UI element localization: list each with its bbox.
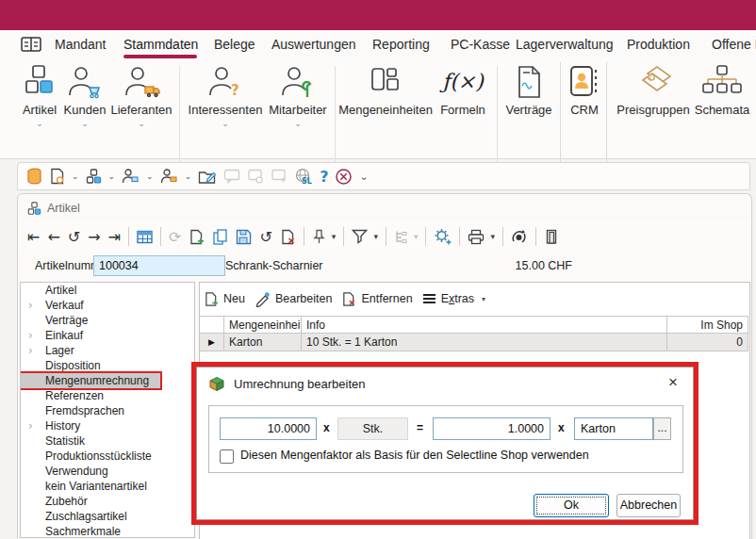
entfernen-button[interactable]: Entfernen	[361, 292, 412, 305]
extras-menu-icon[interactable]	[422, 293, 436, 304]
chevron-down-icon[interactable]: ⌄	[108, 172, 116, 181]
first-record-icon[interactable]: ⇤	[27, 228, 40, 246]
tree-item-verwendung[interactable]: Verwendung	[21, 464, 194, 479]
tree-item-disposition[interactable]: Disposition	[21, 358, 194, 373]
tree-item-zuschlagsartikel[interactable]: Zuschlagsartikel	[21, 509, 194, 524]
last-record-icon[interactable]: ⇥	[108, 228, 121, 246]
mandant-settings-icon[interactable]	[49, 168, 65, 185]
expand-arrow-icon[interactable]: ›	[28, 343, 33, 358]
dropdown-icon[interactable]: ▾	[482, 295, 485, 303]
new-record-icon[interactable]	[189, 229, 205, 245]
table-view-icon[interactable]	[137, 230, 153, 244]
print-icon[interactable]	[468, 229, 485, 245]
dialog-titlebar: Umrechnung bearbeiten	[208, 375, 365, 392]
menu-item-pc-kasse[interactable]: PC-Kasse	[451, 30, 510, 58]
undo-icon[interactable]: ↺	[259, 228, 271, 246]
close-icon[interactable]: ×	[661, 371, 685, 394]
toolbar-overflow-icon[interactable]: ⌄	[359, 171, 368, 183]
tree-item-mengenumrechnung[interactable]: Mengenumrechnung	[21, 373, 160, 388]
tree-item-vertraege[interactable]: Verträge	[21, 313, 194, 328]
ribbon-button-vertraege[interactable]: Verträge	[501, 63, 556, 117]
menu-item-mandant[interactable]: Mandant	[55, 30, 106, 58]
ribbon-button-kunden[interactable]: Kunden ⌄	[62, 63, 107, 128]
tree-item-artikel[interactable]: Artikel	[21, 283, 194, 298]
expand-arrow-icon[interactable]: ›	[28, 328, 33, 343]
ribbon-button-crm[interactable]: CRM	[564, 63, 605, 117]
ribbon-button-lieferanten[interactable]: Lieferanten ⌄	[107, 63, 175, 128]
ribbon-button-preisgruppen[interactable]: € Preisgruppen	[613, 63, 694, 117]
browse-button[interactable]: ...	[653, 417, 671, 440]
list-toolbar: Neu Bearbeiten Entfernen Extras ▾	[204, 288, 485, 309]
selectline-web-icon[interactable]: SL	[294, 168, 313, 185]
delete-record-icon[interactable]	[280, 229, 296, 245]
tree-item-referenzen[interactable]: Referenzen	[21, 388, 194, 403]
history-back-icon[interactable]: ↺	[68, 228, 80, 246]
dropdown-icon[interactable]: ▾	[490, 232, 495, 241]
tree-item-einkauf[interactable]: ›Einkauf	[21, 328, 194, 343]
copy-record-icon[interactable]	[212, 229, 228, 245]
delete-item-icon[interactable]	[341, 291, 356, 307]
settings-add-icon[interactable]	[434, 228, 452, 245]
exit-door-icon[interactable]	[544, 229, 559, 245]
tree-item-verkauf[interactable]: ›Verkauf	[21, 298, 194, 313]
ribbon-button-artikel[interactable]: Artikel ⌄	[15, 63, 64, 128]
mandant-database-icon[interactable]	[26, 168, 42, 186]
column-header-info[interactable]: Info	[302, 317, 667, 333]
open-folder-icon[interactable]	[198, 169, 217, 185]
file-menu-icon[interactable]	[21, 37, 41, 52]
factor2-input[interactable]: 1.0000	[433, 417, 551, 440]
unit2-input[interactable]: Karton	[574, 417, 653, 440]
tree-item-lager[interactable]: ›Lager	[21, 343, 194, 358]
menu-item-reporting[interactable]: Reporting	[372, 30, 430, 58]
tree-item-produktionsstueckliste[interactable]: Produktionsstückliste	[21, 449, 194, 464]
table-row[interactable]: ▶ Karton 10 Stk. = 1 Karton 0	[200, 334, 748, 351]
menu-item-belege[interactable]: Belege	[214, 30, 255, 58]
dropdown-icon[interactable]: ▾	[373, 232, 378, 241]
tree-item-history[interactable]: ›History	[21, 418, 194, 433]
ribbon-button-formeln[interactable]: ƒ(×) Formeln	[436, 63, 490, 117]
chevron-down-icon[interactable]: ⌄	[72, 172, 79, 181]
tree-item-fremdsprachen[interactable]: Fremdsprachen	[21, 403, 194, 418]
previous-record-icon[interactable]: ←	[47, 228, 59, 246]
artikel-stammdaten-icon[interactable]	[86, 169, 102, 185]
ribbon-button-mengeneinheiten[interactable]: Mengeneinheiten	[337, 63, 434, 117]
dropdown-icon[interactable]: ▾	[332, 232, 337, 241]
menu-item-auswertungen[interactable]: Auswertungen	[271, 30, 356, 58]
ribbon-button-interessenten[interactable]: ? Interessenten ⌄	[185, 63, 266, 128]
chevron-down-icon[interactable]: ⌄	[146, 172, 154, 181]
new-item-icon[interactable]	[204, 291, 219, 307]
expand-arrow-icon[interactable]: ›	[28, 418, 33, 433]
edit-pencil-icon[interactable]	[255, 291, 271, 307]
menu-item-produktion[interactable]: Produktion	[627, 30, 690, 58]
help-icon[interactable]: ?	[320, 168, 328, 186]
tree-item-statistik[interactable]: Statistik	[21, 433, 194, 449]
extras-button[interactable]: Extras	[441, 292, 474, 305]
factor1-input[interactable]: 10.0000	[220, 417, 317, 440]
next-record-icon[interactable]: →	[88, 228, 100, 246]
tree-item-zubehoer[interactable]: Zubehör	[21, 494, 194, 509]
kunden-stammdaten-icon[interactable]	[122, 169, 140, 185]
cancel-button[interactable]: Abbrechen	[616, 494, 681, 517]
column-header-mengeneinheit[interactable]: Mengeneinheit	[224, 317, 302, 333]
chevron-down-icon[interactable]: ⌄	[185, 172, 192, 181]
filter-icon[interactable]	[352, 229, 368, 244]
lieferanten-stammdaten-icon[interactable]	[160, 169, 178, 185]
ribbon-button-schemata[interactable]: Schemata	[692, 63, 752, 117]
data-transfer-icon[interactable]	[511, 229, 528, 245]
neu-button[interactable]: Neu	[223, 292, 245, 305]
shop-basis-checkbox[interactable]	[220, 449, 234, 464]
artikelnummer-input[interactable]: 100034	[93, 255, 225, 276]
tree-item-sachmerkmale[interactable]: Sachmerkmale	[21, 524, 194, 538]
column-header-im-shop[interactable]: Im Shop	[667, 317, 748, 333]
ribbon-button-mitarbeiter[interactable]: Mitarbeiter ⌄	[266, 63, 330, 128]
expand-arrow-icon[interactable]: ›	[28, 298, 33, 313]
bearbeiten-button[interactable]: Bearbeiten	[275, 292, 332, 305]
cancel-icon[interactable]	[335, 168, 353, 186]
ok-button[interactable]: Ok	[534, 494, 609, 517]
tree-item-kein-variantenartikel[interactable]: kein Variantenartikel	[21, 479, 194, 494]
shop-basis-checkbox-label[interactable]: Diesen Mengenfaktor als Basis für den Se…	[240, 449, 589, 462]
pin-icon[interactable]	[312, 229, 326, 244]
save-record-icon[interactable]	[236, 229, 252, 245]
menu-item-lagerverwaltung[interactable]: Lagerverwaltung	[516, 30, 614, 58]
menu-item-offene-posten[interactable]: Offene Posten	[712, 30, 756, 58]
